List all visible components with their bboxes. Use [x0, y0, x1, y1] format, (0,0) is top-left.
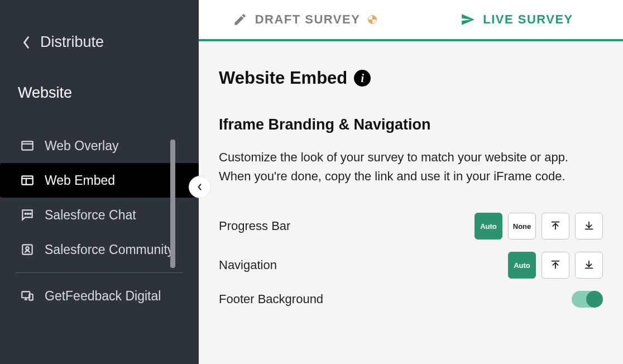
- sidebar-list: Web Overlay Web Embed Salesforce Chat Sa…: [0, 128, 199, 313]
- progress-bar-bottom-button[interactable]: [575, 213, 603, 240]
- navigation-button-group: Auto: [508, 252, 603, 279]
- sidebar-back[interactable]: Distribute: [0, 33, 199, 84]
- sidebar-section-title: Website: [0, 84, 199, 102]
- sidebar-item-salesforce-community[interactable]: Salesforce Community: [0, 232, 199, 267]
- progress-bar-none-button[interactable]: None: [508, 213, 536, 240]
- navigation-bottom-button[interactable]: [575, 252, 603, 279]
- sidebar-item-label: Web Overlay: [45, 138, 119, 154]
- section-description: Customize the look of your survey to mat…: [219, 148, 603, 186]
- content: Website Embed i Iframe Branding & Naviga…: [199, 41, 623, 364]
- svg-rect-0: [22, 141, 33, 150]
- paper-plane-icon: [461, 12, 475, 27]
- draft-status-icon: [368, 15, 377, 24]
- progress-bar-button-group: Auto None: [475, 213, 603, 240]
- option-row-navigation: Navigation Auto: [219, 252, 603, 279]
- window-icon: [20, 138, 35, 153]
- sidebar-item-label: GetFeedback Digital: [45, 289, 161, 304]
- tab-label: LIVE SURVEY: [483, 12, 573, 27]
- sidebar-divider: [16, 272, 183, 273]
- main: DRAFT SURVEY LIVE SURVEY Website Embed i…: [199, 0, 623, 364]
- option-row-footer-background: Footer Background: [219, 291, 603, 308]
- arrow-up-bar-icon: [549, 258, 562, 272]
- svg-point-9: [26, 247, 28, 250]
- svg-rect-2: [22, 176, 33, 184]
- chat-icon: [20, 208, 35, 222]
- arrow-down-bar-icon: [583, 258, 595, 272]
- footer-background-toggle[interactable]: [572, 291, 603, 308]
- progress-bar-top-button[interactable]: [541, 213, 569, 240]
- tab-draft-survey[interactable]: DRAFT SURVEY: [199, 0, 411, 39]
- option-label: Navigation: [219, 258, 277, 272]
- sidebar-item-label: Salesforce Community: [45, 242, 174, 257]
- info-icon[interactable]: i: [354, 70, 371, 87]
- sidebar-item-salesforce-chat[interactable]: Salesforce Chat: [0, 198, 199, 232]
- community-icon: [20, 242, 35, 257]
- svg-point-6: [27, 213, 28, 214]
- sidebar-item-label: Web Embed: [45, 173, 115, 188]
- progress-bar-auto-button[interactable]: Auto: [475, 213, 502, 240]
- page-title: Website Embed: [219, 68, 347, 88]
- sidebar: Distribute Website Web Overlay Web Embed…: [0, 0, 199, 364]
- embed-icon: [20, 173, 35, 188]
- sidebar-scrollbar[interactable]: [170, 140, 175, 268]
- arrow-down-bar-icon: [583, 219, 595, 233]
- devices-icon: [20, 289, 35, 303]
- tab-live-survey[interactable]: LIVE SURVEY: [411, 0, 623, 39]
- navigation-top-button[interactable]: [541, 252, 569, 279]
- svg-point-7: [30, 213, 31, 214]
- section-heading: Iframe Branding & Navigation: [219, 116, 603, 133]
- svg-point-5: [25, 213, 26, 214]
- chevron-left-icon: [22, 36, 30, 49]
- option-label: Footer Background: [219, 292, 323, 306]
- page-title-row: Website Embed i: [219, 68, 603, 88]
- navigation-auto-button[interactable]: Auto: [508, 252, 536, 279]
- option-row-progress-bar: Progress Bar Auto None: [219, 213, 603, 240]
- sidebar-item-web-embed[interactable]: Web Embed: [0, 163, 199, 198]
- sidebar-back-label: Distribute: [40, 33, 104, 51]
- pencil-icon: [233, 12, 247, 27]
- sidebar-item-getfeedback-digital[interactable]: GetFeedback Digital: [0, 279, 199, 313]
- sidebar-item-label: Salesforce Chat: [45, 208, 136, 223]
- option-label: Progress Bar: [219, 219, 290, 233]
- tabs: DRAFT SURVEY LIVE SURVEY: [199, 0, 623, 41]
- collapse-sidebar-button[interactable]: [189, 176, 211, 198]
- arrow-up-bar-icon: [549, 219, 562, 233]
- tab-label: DRAFT SURVEY: [255, 12, 361, 27]
- toggle-thumb: [586, 291, 603, 308]
- sidebar-item-web-overlay[interactable]: Web Overlay: [0, 128, 199, 163]
- svg-rect-13: [29, 294, 33, 300]
